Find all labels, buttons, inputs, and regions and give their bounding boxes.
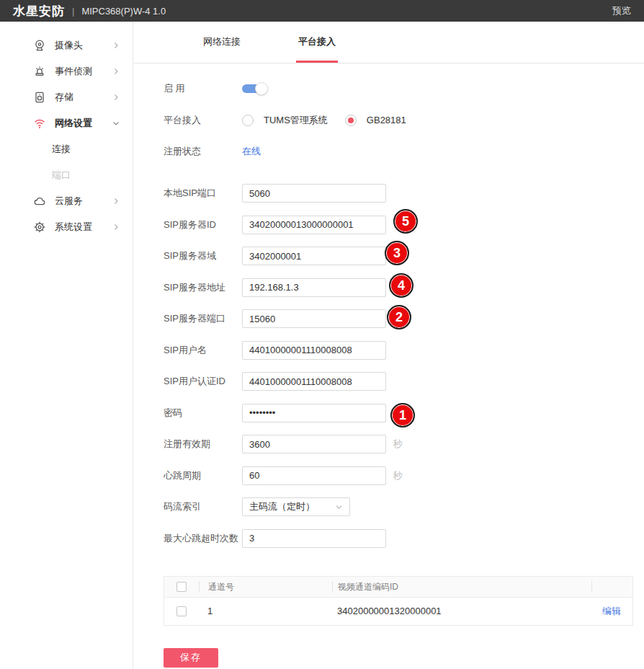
radio-label: GB28181 bbox=[367, 115, 406, 125]
sidebar-item-label: 网络设置 bbox=[55, 117, 112, 130]
sidebar-item-system-settings[interactable]: 系统设置 bbox=[0, 214, 133, 240]
annotation-badge-5: 5 bbox=[393, 209, 418, 234]
sidebar-item-label: 事件侦测 bbox=[55, 65, 112, 78]
sidebar-subitem-label: 连接 bbox=[52, 143, 71, 156]
field-label: SIP服务器域 bbox=[164, 249, 242, 262]
register-validity-row: 注册有效期 秒 bbox=[164, 435, 644, 453]
select-value: 主码流（定时） bbox=[249, 500, 335, 513]
status-row: 注册状态 在线 bbox=[164, 142, 644, 161]
sidebar-item-label: 摄像头 bbox=[55, 39, 112, 52]
sip-username-input[interactable] bbox=[242, 341, 386, 360]
stream-index-row: 码流索引 主码流（定时） bbox=[164, 497, 644, 516]
radio-label: TUMS管理系统 bbox=[264, 114, 328, 127]
table-row: 1 34020000001320000001 编辑 bbox=[164, 597, 632, 625]
radio-circle bbox=[242, 115, 254, 126]
wifi-icon bbox=[33, 117, 46, 130]
sidebar-subitem-connection[interactable]: 连接 bbox=[0, 136, 133, 162]
heartbeat-period-input[interactable] bbox=[242, 466, 386, 485]
status-label: 注册状态 bbox=[164, 145, 242, 158]
storage-icon bbox=[33, 91, 46, 104]
page: 水星安防 | MIPC368(P)W-4 1.0 预览 摄像头 bbox=[0, 0, 644, 669]
topbar-divider: | bbox=[72, 6, 74, 17]
sidebar-item-label: 系统设置 bbox=[55, 221, 112, 234]
seconds-unit-label: 秒 bbox=[393, 469, 403, 482]
chevron-down-icon bbox=[112, 120, 120, 127]
sip-server-id-input[interactable] bbox=[242, 216, 386, 234]
gear-icon bbox=[33, 221, 46, 234]
platform-label: 平台接入 bbox=[164, 114, 242, 127]
action-column-header bbox=[591, 581, 632, 593]
local-sip-port-input[interactable] bbox=[242, 184, 386, 203]
field-label: 注册有效期 bbox=[164, 438, 242, 451]
field-label: SIP用户名 bbox=[164, 344, 242, 357]
password-input[interactable] bbox=[242, 404, 386, 422]
sidebar: 摄像头 事件侦测 存储 bbox=[0, 22, 133, 669]
sidebar-item-label: 云服务 bbox=[55, 195, 112, 208]
max-heartbeat-timeout-row: 最大心跳超时次数 bbox=[164, 529, 644, 548]
sidebar-item-label: 存储 bbox=[55, 91, 112, 104]
status-value[interactable]: 在线 bbox=[242, 145, 261, 158]
annotation-badge-1: 1 bbox=[390, 403, 415, 427]
radio-gb28181[interactable]: GB28181 bbox=[345, 115, 406, 126]
field-label: SIP服务器ID bbox=[164, 218, 242, 231]
brand-logo: 水星安防 bbox=[13, 3, 65, 19]
toggle-knob bbox=[255, 82, 268, 95]
field-label: 最大心跳超时次数 bbox=[164, 532, 242, 545]
row-checkbox[interactable] bbox=[176, 606, 187, 616]
channel-column-header: 通道号 bbox=[199, 581, 332, 593]
platform-radio-group: TUMS管理系统 GB28181 bbox=[242, 114, 424, 127]
sip-username-row: SIP用户名 bbox=[164, 341, 644, 360]
save-button[interactable]: 保存 bbox=[164, 648, 218, 668]
top-bar: 水星安防 | MIPC368(P)W-4 1.0 预览 bbox=[0, 0, 644, 22]
sidebar-item-storage[interactable]: 存储 bbox=[0, 84, 133, 110]
device-model: MIPC368(P)W-4 1.0 bbox=[81, 6, 166, 17]
field-label: SIP用户认证ID bbox=[164, 375, 242, 388]
local-sip-port-row: 本地SIP端口 bbox=[164, 184, 644, 203]
chevron-right-icon bbox=[112, 42, 120, 49]
alarm-icon bbox=[33, 65, 46, 78]
field-label: 心跳周期 bbox=[164, 469, 242, 482]
tab-network-connection[interactable]: 网络连接 bbox=[201, 35, 243, 63]
sip-auth-id-input[interactable] bbox=[242, 372, 386, 391]
tab-bar: 网络连接 平台接入 bbox=[134, 22, 644, 63]
field-label: 密码 bbox=[164, 407, 242, 420]
field-label: 码流索引 bbox=[164, 500, 242, 513]
preview-link[interactable]: 预览 bbox=[612, 4, 631, 17]
platform-row: 平台接入 TUMS管理系统 GB28181 bbox=[164, 111, 644, 130]
encode-id-column-header: 视频通道编码ID bbox=[332, 581, 591, 593]
annotation-badge-4: 4 bbox=[389, 273, 413, 298]
sip-server-port-input[interactable] bbox=[242, 309, 386, 328]
chevron-right-icon bbox=[112, 198, 120, 205]
select-all-checkbox[interactable] bbox=[176, 582, 187, 592]
channel-table: 通道号 视频通道编码ID 1 34020000001320000001 编辑 bbox=[164, 576, 633, 626]
chevron-right-icon bbox=[112, 68, 120, 75]
stream-index-select[interactable]: 主码流（定时） bbox=[242, 497, 350, 516]
chevron-right-icon bbox=[112, 94, 120, 101]
register-validity-input[interactable] bbox=[242, 435, 386, 453]
sidebar-item-cloud-service[interactable]: 云服务 bbox=[0, 188, 133, 214]
camera-icon bbox=[33, 39, 46, 52]
cloud-icon bbox=[33, 195, 46, 208]
encode-id-cell: 34020000001320000001 bbox=[332, 606, 591, 616]
enable-label: 启 用 bbox=[164, 82, 242, 95]
sip-server-address-input[interactable] bbox=[242, 278, 386, 297]
enable-toggle[interactable] bbox=[242, 82, 268, 95]
radio-circle-checked bbox=[345, 115, 357, 126]
sidebar-item-event-detection[interactable]: 事件侦测 bbox=[0, 58, 133, 84]
annotation-badge-3: 3 bbox=[385, 241, 409, 265]
field-label: SIP服务器端口 bbox=[164, 312, 242, 325]
heartbeat-period-row: 心跳周期 秒 bbox=[164, 466, 644, 485]
edit-link[interactable]: 编辑 bbox=[602, 606, 621, 616]
sidebar-subitem-port[interactable]: 端口 bbox=[0, 162, 133, 188]
field-label: SIP服务器地址 bbox=[164, 281, 242, 294]
tab-platform-access[interactable]: 平台接入 bbox=[296, 35, 338, 63]
sidebar-item-network-settings[interactable]: 网络设置 bbox=[0, 110, 133, 136]
radio-tums[interactable]: TUMS管理系统 bbox=[242, 114, 328, 127]
sidebar-item-camera[interactable]: 摄像头 bbox=[0, 32, 133, 58]
chevron-right-icon bbox=[112, 223, 120, 231]
seconds-unit-label: 秒 bbox=[393, 438, 403, 451]
max-heartbeat-timeout-input[interactable] bbox=[242, 529, 386, 548]
field-label: 本地SIP端口 bbox=[164, 187, 242, 200]
sip-server-domain-input[interactable] bbox=[242, 247, 386, 265]
channel-cell: 1 bbox=[199, 606, 332, 616]
